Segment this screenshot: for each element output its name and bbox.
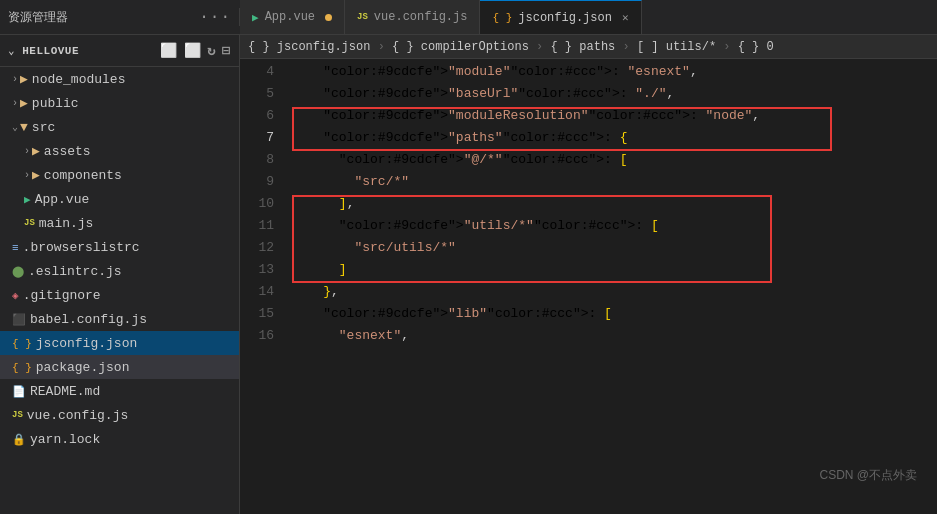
code-line: "color:#9cdcfe">"baseUrl""color:#ccc">: … [292, 83, 937, 105]
folder-arrow-icon: ⌄ [12, 121, 18, 133]
code-editor[interactable]: "color:#9cdcfe">"module""color:#ccc">: "… [284, 59, 937, 514]
line-number: 11 [240, 215, 274, 237]
code-line: "color:#9cdcfe">"lib""color:#ccc">: [ [292, 303, 937, 325]
new-folder-icon[interactable]: ⬜ [184, 42, 202, 59]
code-line: "src/*" [292, 171, 937, 193]
sidebar-item-app-vue-file[interactable]: ▶App.vue [0, 187, 239, 211]
code-line: "color:#9cdcfe">"paths""color:#ccc">: { [292, 127, 937, 149]
sidebar-item-label-gitignore: .gitignore [23, 288, 101, 303]
file-icon-babel: ⬛ [12, 312, 26, 327]
tab-icon-app-vue: ▶ [252, 11, 259, 24]
breadcrumb: { } jsconfig.json › { } compilerOptions … [240, 35, 937, 59]
file-icon-js: JS [24, 218, 35, 228]
title-bar: 资源管理器 ··· ▶App.vueJSvue.config.js{ }jsco… [0, 0, 937, 35]
sidebar-item-vue-config-file[interactable]: JSvue.config.js [0, 403, 239, 427]
editor-content[interactable]: 45678910111213141516 "color:#9cdcfe">"mo… [240, 59, 937, 514]
line-numbers: 45678910111213141516 [240, 59, 284, 514]
line-number: 15 [240, 303, 274, 325]
sidebar-item-package-json[interactable]: { }package.json [0, 355, 239, 379]
file-icon-folder: ▶ [32, 167, 40, 183]
line-number: 14 [240, 281, 274, 303]
sidebar-item-label-package-json: package.json [36, 360, 130, 375]
sidebar-item-babel-config[interactable]: ⬛babel.config.js [0, 307, 239, 331]
sidebar-item-label-src: src [32, 120, 55, 135]
sidebar-item-jsconfig-json[interactable]: { }jsconfig.json [0, 331, 239, 355]
watermark: CSDN @不点外卖 [819, 467, 917, 484]
sidebar-item-label-assets: assets [44, 144, 91, 159]
sidebar-root-label: ⌄ HELLOVUE [8, 44, 79, 57]
sidebar-item-label-browserslistrc: .browserslistrc [23, 240, 140, 255]
collapse-icon[interactable]: ⊟ [222, 42, 231, 59]
file-icon-vue: ▶ [24, 192, 31, 207]
code-line: ] [292, 259, 937, 281]
line-number: 13 [240, 259, 274, 281]
sidebar-item-gitignore[interactable]: ◈.gitignore [0, 283, 239, 307]
file-icon-folder: ▶ [20, 71, 28, 87]
folder-arrow-icon: › [12, 74, 18, 85]
folder-arrow-icon: › [12, 98, 18, 109]
code-line: }, [292, 281, 937, 303]
sidebar-item-label-jsconfig-json: jsconfig.json [36, 336, 137, 351]
tab-icon-jsconfig: { } [492, 12, 512, 24]
file-icon-md: 📄 [12, 384, 26, 399]
tab-app-vue[interactable]: ▶App.vue [240, 0, 345, 34]
tab-jsconfig[interactable]: { }jsconfig.json✕ [480, 0, 641, 34]
sidebar-item-label-node_modules: node_modules [32, 72, 126, 87]
line-number: 16 [240, 325, 274, 347]
sidebar-item-label-components: components [44, 168, 122, 183]
folder-arrow-icon: › [24, 146, 30, 157]
main-layout: ⌄ HELLOVUE ⬜ ⬜ ↻ ⊟ ›▶node_modules›▶publi… [0, 35, 937, 514]
sidebar-item-assets[interactable]: ›▶assets [0, 139, 239, 163]
sidebar-item-eslintrc[interactable]: ⬤.eslintrc.js [0, 259, 239, 283]
tab-modified-app-vue [325, 14, 332, 21]
sidebar-item-main-js[interactable]: JSmain.js [0, 211, 239, 235]
sidebar-header: ⌄ HELLOVUE ⬜ ⬜ ↻ ⊟ [0, 35, 239, 67]
sidebar-item-label-vue-config-file: vue.config.js [27, 408, 128, 423]
sidebar-item-src[interactable]: ⌄▼src [0, 115, 239, 139]
line-number: 5 [240, 83, 274, 105]
tab-label-jsconfig: jsconfig.json [518, 11, 612, 25]
file-icon-eslint: ⬤ [12, 264, 24, 279]
line-number: 7 [240, 127, 274, 149]
sidebar-item-readme[interactable]: 📄README.md [0, 379, 239, 403]
file-icon-git: ◈ [12, 288, 19, 303]
sidebar-item-label-main-js: main.js [39, 216, 94, 231]
tabs-bar: ▶App.vueJSvue.config.js{ }jsconfig.json✕ [240, 0, 937, 34]
sidebar-item-public[interactable]: ›▶public [0, 91, 239, 115]
refresh-icon[interactable]: ↻ [207, 42, 216, 59]
code-line: "color:#9cdcfe">"@/*""color:#ccc">: [ [292, 149, 937, 171]
more-options[interactable]: ··· [199, 8, 231, 26]
editor-panel: { } jsconfig.json › { } compilerOptions … [240, 35, 937, 514]
code-line: "color:#9cdcfe">"module""color:#ccc">: "… [292, 61, 937, 83]
new-file-icon[interactable]: ⬜ [160, 42, 178, 59]
file-icon-folder: ▶ [20, 95, 28, 111]
sidebar-title: 资源管理器 ··· [0, 8, 240, 26]
file-icon-lock: 🔒 [12, 432, 26, 447]
file-icon-json: { } [12, 336, 32, 351]
tab-label-app-vue: App.vue [265, 10, 315, 24]
tab-close-jsconfig[interactable]: ✕ [622, 11, 629, 24]
line-number: 9 [240, 171, 274, 193]
sidebar-item-label-readme: README.md [30, 384, 100, 399]
line-number: 12 [240, 237, 274, 259]
sidebar-item-label-yarn-lock: yarn.lock [30, 432, 100, 447]
code-line: "color:#9cdcfe">"utils/*""color:#ccc">: … [292, 215, 937, 237]
code-line: "esnext", [292, 325, 937, 347]
tab-vue-config[interactable]: JSvue.config.js [345, 0, 480, 34]
folder-arrow-icon: › [24, 170, 30, 181]
code-line: "src/utils/*" [292, 237, 937, 259]
sidebar-item-browserslistrc[interactable]: ≡.browserslistrc [0, 235, 239, 259]
sidebar-item-components[interactable]: ›▶components [0, 163, 239, 187]
sidebar-content: ›▶node_modules›▶public⌄▼src›▶assets›▶com… [0, 67, 239, 514]
file-icon-browserlist: ≡ [12, 240, 19, 255]
line-number: 8 [240, 149, 274, 171]
line-number: 6 [240, 105, 274, 127]
code-line: "color:#9cdcfe">"moduleResolution""color… [292, 105, 937, 127]
file-icon-json: { } [12, 360, 32, 375]
file-icon-folder: ▶ [32, 143, 40, 159]
explorer-label: 资源管理器 [8, 9, 68, 26]
sidebar-item-label-babel-config: babel.config.js [30, 312, 147, 327]
sidebar-toolbar: ⬜ ⬜ ↻ ⊟ [160, 42, 231, 59]
sidebar-item-yarn-lock[interactable]: 🔒yarn.lock [0, 427, 239, 451]
sidebar-item-node_modules[interactable]: ›▶node_modules [0, 67, 239, 91]
